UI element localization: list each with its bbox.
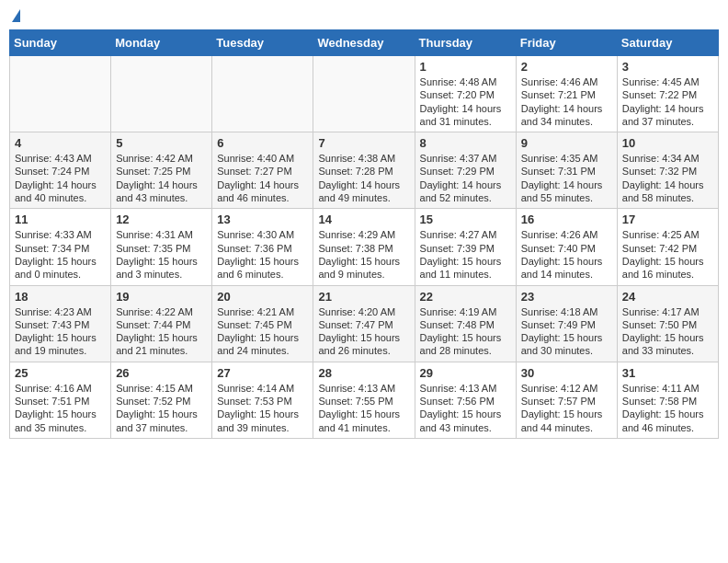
calendar-cell: 9Sunrise: 4:35 AMSunset: 7:31 PMDaylight… xyxy=(516,132,617,209)
calendar-cell: 26Sunrise: 4:15 AMSunset: 7:52 PMDayligh… xyxy=(111,362,212,438)
page-header xyxy=(9,9,719,22)
day-number: 7 xyxy=(318,136,409,150)
sunset-text: Sunset: 7:24 PM xyxy=(15,165,106,178)
daylight-hours: Daylight: 14 hours xyxy=(217,178,308,191)
day-number: 29 xyxy=(420,366,511,380)
daylight-hours: Daylight: 15 hours xyxy=(622,255,713,268)
calendar-week-4: 18Sunrise: 4:23 AMSunset: 7:43 PMDayligh… xyxy=(10,285,719,362)
sunrise-text: Sunrise: 4:22 AM xyxy=(116,305,207,318)
calendar-cell: 1Sunrise: 4:48 AMSunset: 7:20 PMDaylight… xyxy=(415,56,516,132)
day-number: 24 xyxy=(622,290,713,304)
day-number: 25 xyxy=(15,366,106,380)
daylight-hours: Daylight: 15 hours xyxy=(521,255,612,268)
daylight-hours: Daylight: 15 hours xyxy=(15,408,106,420)
daylight-hours: Daylight: 15 hours xyxy=(318,255,409,268)
sunrise-text: Sunrise: 4:45 AM xyxy=(622,75,713,88)
sunrise-text: Sunrise: 4:21 AM xyxy=(217,305,308,318)
day-header-sunday: Sunday xyxy=(10,30,111,56)
daylight-hours: and 9 minutes. xyxy=(318,268,409,281)
daylight-hours: Daylight: 15 hours xyxy=(217,331,308,344)
sunset-text: Sunset: 7:43 PM xyxy=(15,318,106,331)
sunset-text: Sunset: 7:45 PM xyxy=(217,318,308,331)
daylight-hours: and 30 minutes. xyxy=(521,344,612,357)
calendar-cell xyxy=(313,56,415,132)
calendar-cell: 19Sunrise: 4:22 AMSunset: 7:44 PMDayligh… xyxy=(111,285,212,362)
daylight-hours: Daylight: 14 hours xyxy=(622,178,713,191)
day-number: 26 xyxy=(116,366,207,380)
day-number: 10 xyxy=(622,136,713,150)
daylight-hours: and 19 minutes. xyxy=(15,344,106,357)
calendar-cell: 6Sunrise: 4:40 AMSunset: 7:27 PMDaylight… xyxy=(212,132,313,209)
day-number: 13 xyxy=(217,213,308,226)
sunrise-text: Sunrise: 4:25 AM xyxy=(622,228,713,241)
day-number: 4 xyxy=(15,136,106,150)
daylight-hours: and 0 minutes. xyxy=(15,268,106,281)
daylight-hours: Daylight: 15 hours xyxy=(420,331,511,344)
calendar-cell: 5Sunrise: 4:42 AMSunset: 7:25 PMDaylight… xyxy=(111,132,212,209)
calendar-cell xyxy=(111,56,212,132)
calendar-cell: 27Sunrise: 4:14 AMSunset: 7:53 PMDayligh… xyxy=(212,362,313,438)
calendar-cell: 4Sunrise: 4:43 AMSunset: 7:24 PMDaylight… xyxy=(10,132,111,209)
daylight-hours: and 46 minutes. xyxy=(622,421,713,434)
sunset-text: Sunset: 7:36 PM xyxy=(217,242,308,255)
day-number: 3 xyxy=(622,60,713,74)
calendar-cell: 7Sunrise: 4:38 AMSunset: 7:28 PMDaylight… xyxy=(313,132,415,209)
calendar-cell: 12Sunrise: 4:31 AMSunset: 7:35 PMDayligh… xyxy=(111,209,212,285)
sunrise-text: Sunrise: 4:40 AM xyxy=(217,152,308,165)
daylight-hours: Daylight: 14 hours xyxy=(521,178,612,191)
sunset-text: Sunset: 7:21 PM xyxy=(521,88,612,101)
sunset-text: Sunset: 7:22 PM xyxy=(622,88,713,101)
day-number: 22 xyxy=(420,290,511,304)
calendar-cell: 3Sunrise: 4:45 AMSunset: 7:22 PMDaylight… xyxy=(617,56,718,132)
sunset-text: Sunset: 7:34 PM xyxy=(15,242,106,255)
daylight-hours: and 16 minutes. xyxy=(622,268,713,281)
sunset-text: Sunset: 7:56 PM xyxy=(420,395,511,408)
calendar-cell: 13Sunrise: 4:30 AMSunset: 7:36 PMDayligh… xyxy=(212,209,313,285)
sunrise-text: Sunrise: 4:18 AM xyxy=(521,305,612,318)
day-number: 16 xyxy=(521,213,612,226)
day-number: 2 xyxy=(521,60,612,74)
sunrise-text: Sunrise: 4:38 AM xyxy=(318,152,409,165)
daylight-hours: and 28 minutes. xyxy=(420,344,511,357)
calendar-header-row: SundayMondayTuesdayWednesdayThursdayFrid… xyxy=(10,30,719,56)
sunrise-text: Sunrise: 4:37 AM xyxy=(420,152,511,165)
day-number: 18 xyxy=(15,290,106,304)
daylight-hours: and 24 minutes. xyxy=(217,344,308,357)
daylight-hours: Daylight: 15 hours xyxy=(217,408,308,420)
day-header-wednesday: Wednesday xyxy=(313,30,415,56)
calendar-cell: 20Sunrise: 4:21 AMSunset: 7:45 PMDayligh… xyxy=(212,285,313,362)
daylight-hours: Daylight: 15 hours xyxy=(116,331,207,344)
sunset-text: Sunset: 7:49 PM xyxy=(521,318,612,331)
sunrise-text: Sunrise: 4:15 AM xyxy=(116,382,207,395)
sunset-text: Sunset: 7:35 PM xyxy=(116,242,207,255)
calendar-cell: 15Sunrise: 4:27 AMSunset: 7:39 PMDayligh… xyxy=(415,209,516,285)
day-header-tuesday: Tuesday xyxy=(212,30,313,56)
day-number: 27 xyxy=(217,366,308,380)
logo-arrow-icon xyxy=(12,9,20,22)
daylight-hours: and 46 minutes. xyxy=(217,191,308,204)
sunset-text: Sunset: 7:38 PM xyxy=(318,242,409,255)
day-number: 23 xyxy=(521,290,612,304)
sunset-text: Sunset: 7:57 PM xyxy=(521,395,612,408)
day-number: 21 xyxy=(318,290,409,304)
calendar-week-3: 11Sunrise: 4:33 AMSunset: 7:34 PMDayligh… xyxy=(10,209,719,285)
calendar-cell: 10Sunrise: 4:34 AMSunset: 7:32 PMDayligh… xyxy=(617,132,718,209)
daylight-hours: Daylight: 14 hours xyxy=(420,178,511,191)
calendar-cell: 23Sunrise: 4:18 AMSunset: 7:49 PMDayligh… xyxy=(516,285,617,362)
sunrise-text: Sunrise: 4:31 AM xyxy=(116,228,207,241)
daylight-hours: and 37 minutes. xyxy=(622,115,713,128)
calendar-cell: 17Sunrise: 4:25 AMSunset: 7:42 PMDayligh… xyxy=(617,209,718,285)
daylight-hours: and 39 minutes. xyxy=(217,421,308,434)
calendar-cell: 25Sunrise: 4:16 AMSunset: 7:51 PMDayligh… xyxy=(10,362,111,438)
day-number: 9 xyxy=(521,136,612,150)
sunrise-text: Sunrise: 4:27 AM xyxy=(420,228,511,241)
day-number: 6 xyxy=(217,136,308,150)
sunrise-text: Sunrise: 4:13 AM xyxy=(420,382,511,395)
daylight-hours: Daylight: 15 hours xyxy=(15,255,106,268)
daylight-hours: and 31 minutes. xyxy=(420,115,511,128)
day-number: 12 xyxy=(116,213,207,226)
daylight-hours: Daylight: 15 hours xyxy=(217,255,308,268)
daylight-hours: and 26 minutes. xyxy=(318,344,409,357)
calendar-cell: 29Sunrise: 4:13 AMSunset: 7:56 PMDayligh… xyxy=(415,362,516,438)
daylight-hours: and 35 minutes. xyxy=(15,421,106,434)
